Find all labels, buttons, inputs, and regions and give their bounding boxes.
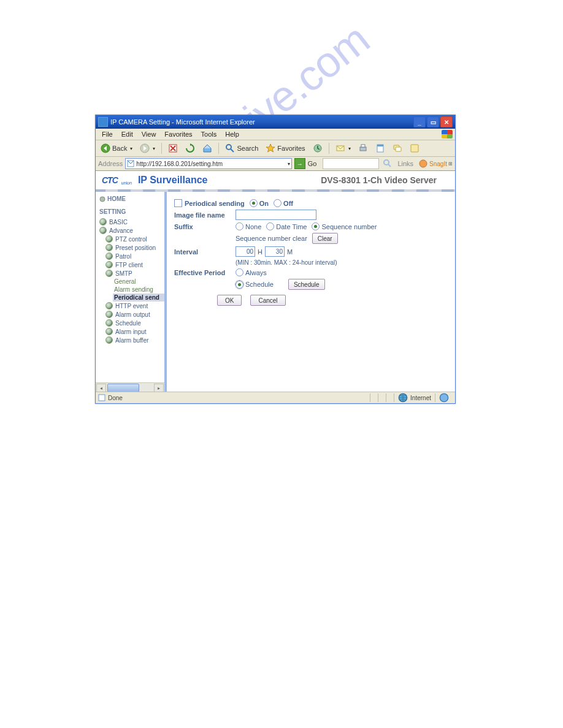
bullet-icon [99, 227, 107, 234]
stop-icon [168, 143, 178, 153]
menu-tools[interactable]: Tools [197, 130, 221, 138]
menu-edit[interactable]: Edit [118, 130, 137, 138]
interval-h-input[interactable]: 00 [236, 246, 255, 257]
svg-point-17 [419, 160, 427, 167]
nav-periodical-send[interactable]: Periodical send [113, 294, 164, 301]
back-label: Back [112, 145, 127, 152]
scroll-thumb[interactable] [107, 384, 139, 392]
mail-button[interactable]: ▾ [333, 142, 353, 154]
nav-advance[interactable]: Advance [99, 226, 164, 235]
nav-alarm-input[interactable]: Alarm input [99, 327, 164, 336]
status-done: Done [108, 395, 123, 401]
history-icon [313, 143, 323, 153]
cancel-button[interactable]: Cancel [250, 295, 285, 306]
menu-favorites[interactable]: Favorites [161, 130, 196, 138]
back-button[interactable]: Back ▾ [98, 142, 135, 154]
refresh-button[interactable] [183, 142, 197, 154]
back-icon [101, 143, 110, 153]
nav-preset[interactable]: Preset position [99, 243, 164, 252]
interval-m-input[interactable]: 30 [265, 246, 285, 257]
svg-line-4 [231, 149, 234, 152]
nav-alarm-buffer[interactable]: Alarm buffer [99, 336, 164, 344]
periodical-checkbox[interactable] [174, 199, 182, 207]
image-file-name-label: Image file name [174, 211, 236, 219]
snagit-label: SnagIt [429, 161, 447, 167]
maximize-button[interactable]: ▭ [427, 116, 439, 127]
edit-button[interactable] [373, 142, 388, 154]
suffix-none-radio[interactable] [236, 222, 243, 230]
go-button[interactable]: → [294, 158, 305, 169]
interval-m-label: M [287, 248, 293, 256]
nav-http-event-label: HTTP event [115, 303, 148, 309]
minimize-button[interactable]: _ [413, 116, 426, 127]
forward-icon [140, 143, 150, 153]
print-button[interactable] [356, 142, 370, 154]
scroll-right-icon[interactable]: ▸ [154, 384, 164, 392]
messenger-button[interactable] [407, 142, 422, 154]
bullet-icon [105, 302, 113, 309]
nav-smtp[interactable]: SMTP [99, 269, 164, 278]
off-radio[interactable] [274, 199, 282, 207]
nav-alarm-sending[interactable]: Alarm sending [99, 286, 164, 294]
discuss-button[interactable] [390, 142, 405, 154]
svg-rect-7 [360, 147, 366, 151]
nav-basic[interactable]: BASIC [99, 218, 164, 226]
menu-file[interactable]: File [98, 130, 117, 138]
nav-ptz[interactable]: PTZ control [99, 235, 164, 243]
interval-h-label: H [258, 248, 262, 256]
schedule-radio[interactable] [236, 281, 243, 289]
nav-alarm-output[interactable]: Alarm output [99, 310, 164, 319]
forward-button[interactable]: ▾ [137, 142, 158, 154]
on-radio[interactable] [250, 199, 258, 207]
search-box[interactable] [323, 158, 379, 169]
nav-schedule[interactable]: Schedule [99, 319, 164, 327]
nav-alarm-output-label: Alarm output [115, 311, 150, 318]
nav-preset-label: Preset position [115, 245, 156, 251]
history-button[interactable] [310, 142, 325, 154]
suffix-datetime-radio[interactable] [266, 222, 274, 230]
nav-ftp[interactable]: FTP client [99, 260, 164, 269]
suffix-sequence-radio[interactable] [312, 222, 320, 230]
nav-home[interactable]: HOME [99, 195, 164, 202]
star-icon [266, 143, 275, 153]
image-file-name-input[interactable] [236, 210, 316, 220]
chevron-down-icon: ▾ [153, 146, 155, 151]
search-button[interactable]: Search [223, 142, 261, 154]
menu-view[interactable]: View [138, 130, 160, 138]
nav-ftp-label: FTP client [115, 262, 143, 268]
close-button[interactable]: ✕ [440, 116, 453, 127]
nav-patrol[interactable]: Patrol [99, 252, 164, 260]
address-input[interactable]: http://192.168.0.201/setting.htm ▾ [125, 158, 291, 169]
ok-button[interactable]: OK [217, 295, 242, 306]
always-radio[interactable] [236, 268, 243, 276]
seq-clear-label: Sequence number clear [236, 235, 307, 242]
main-form: Periodical sending On Off Image file nam… [167, 192, 455, 392]
nav-smtp-label: SMTP [115, 270, 132, 277]
address-bar: Address http://192.168.0.201/setting.htm… [96, 157, 455, 171]
content-area: HOME SETTING BASIC Advance PTZ control P… [96, 192, 455, 392]
on-label: On [259, 200, 269, 207]
nav-general[interactable]: General [99, 278, 164, 286]
chevron-down-icon[interactable]: ▾ [288, 161, 290, 167]
brand-header: CTC union IP Surveillance DVS-8301 1-Ch … [96, 171, 455, 192]
windows-flag-icon [442, 130, 453, 138]
clear-button[interactable]: Clear [312, 233, 338, 244]
favorites-button[interactable]: Favorites [263, 142, 307, 154]
window-title: IP CAMERA Setting - Microsoft Internet E… [110, 118, 412, 126]
sidebar-scrollbar[interactable]: ◂ ▸ [96, 382, 164, 392]
nav-alarm-sending-label: Alarm sending [114, 286, 153, 293]
chevron-down-icon: ▾ [130, 146, 132, 151]
snagit-button[interactable]: SnagIt ⊞ [418, 159, 453, 169]
stop-button[interactable] [166, 142, 180, 154]
snagit-expand-icon: ⊞ [448, 161, 453, 167]
nav-http-event[interactable]: HTTP event [99, 301, 164, 310]
menu-help[interactable]: Help [221, 130, 243, 138]
search-go-icon[interactable] [383, 159, 393, 169]
brand-union: union [121, 181, 132, 185]
schedule-button[interactable]: Schedule [288, 279, 325, 290]
toolbar: Back ▾ ▾ [96, 140, 455, 157]
home-button[interactable] [200, 142, 215, 154]
scroll-left-icon[interactable]: ◂ [96, 384, 106, 392]
suffix-sequence-label: Sequence number [321, 223, 377, 230]
status-zone: Internet [410, 395, 431, 401]
